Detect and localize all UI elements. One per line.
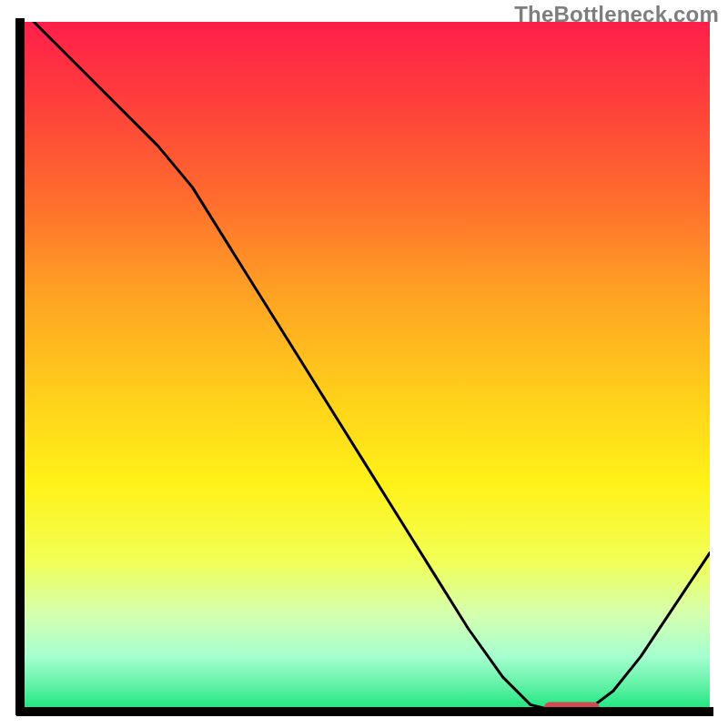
watermark-label: TheBottleneck.com	[514, 2, 719, 27]
gradient-background	[20, 22, 710, 712]
chart-stage: TheBottleneck.com	[0, 0, 728, 728]
chart-svg	[0, 0, 728, 728]
